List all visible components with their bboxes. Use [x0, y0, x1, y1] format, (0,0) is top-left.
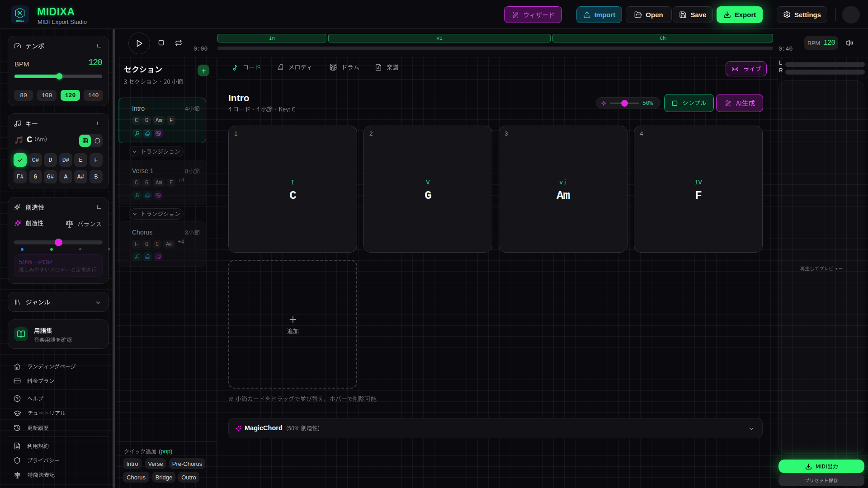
svg-text:MIDIXA: MIDIXA [16, 20, 24, 23]
